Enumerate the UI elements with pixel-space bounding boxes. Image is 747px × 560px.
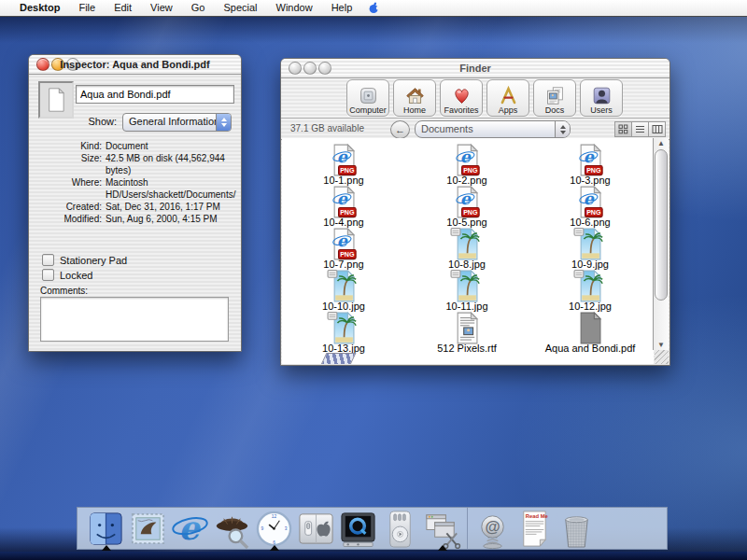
show-label: Show: <box>31 116 117 127</box>
dock-quicktime-icon[interactable] <box>337 508 379 549</box>
toolbar-label: Users <box>590 105 613 115</box>
ie-png-file-icon <box>450 186 484 218</box>
locked-label: Locked <box>60 270 92 281</box>
partially-visible-file-icon[interactable] <box>320 353 357 364</box>
info-value: Sun, Aug 6, 2000, 4:15 PM <box>106 213 234 225</box>
palm-jpg-file-icon <box>327 312 360 344</box>
file-item[interactable]: 10-1.png <box>282 144 405 186</box>
dock-mail-beta-icon[interactable] <box>472 508 514 549</box>
file-item[interactable]: 10-8.jpg <box>405 228 529 270</box>
palm-jpg-file-icon <box>573 270 607 302</box>
menu-edit[interactable]: Edit <box>105 0 141 16</box>
docs-icon <box>545 86 565 105</box>
info-row: Size: 42.5 MB on disk (44,562,944 bytes) <box>33 152 234 176</box>
file-item[interactable]: Aqua and Bondi.pdf <box>529 312 652 354</box>
comments-textarea[interactable] <box>40 297 229 342</box>
toolbar-button-favorites[interactable]: Favorites <box>440 79 483 117</box>
toolbar-button-users[interactable]: Users <box>580 79 623 117</box>
file-label: 512 Pixels.rtf <box>437 343 497 354</box>
icon-view-button[interactable] <box>614 121 632 137</box>
toolbar-button-home[interactable]: Home <box>393 79 436 117</box>
locked-checkbox[interactable] <box>42 269 54 281</box>
dock-clock-icon[interactable] <box>253 508 295 549</box>
file-item[interactable]: 10-4.png <box>282 186 405 228</box>
file-item[interactable]: 10-12.jpg <box>529 270 652 312</box>
file-icon-well <box>38 81 74 119</box>
file-item[interactable]: 10-9.jpg <box>529 228 652 270</box>
back-button[interactable]: ← <box>390 120 410 139</box>
file-item[interactable]: 10-2.png <box>405 144 529 186</box>
file-item[interactable]: 10-7.png <box>282 228 405 270</box>
path-popup-value: Documents <box>416 121 555 137</box>
finder-toolbar: Computer Home Favorites Apps Docs Users <box>281 78 669 119</box>
info-row: Kind: Document <box>33 140 234 152</box>
stationery-pad-checkbox[interactable] <box>42 254 54 266</box>
scroll-down-arrow[interactable]: ▼ <box>654 340 669 350</box>
finder-statusbar: 37.1 GB available ← Documents <box>281 119 669 140</box>
path-popup[interactable]: Documents <box>415 120 571 138</box>
toolbar-button-computer[interactable]: Computer <box>346 79 389 117</box>
inspector-titlebar[interactable]: Inspector: Aqua and Bondi.pdf <box>29 55 241 75</box>
file-label: 10-3.png <box>570 175 610 186</box>
show-popup[interactable]: General Information <box>122 113 232 132</box>
file-label: 10-4.png <box>323 217 363 228</box>
list-view-button[interactable] <box>632 121 649 137</box>
desktop-bottom-shadow <box>0 552 747 560</box>
scrollbar-thumb[interactable] <box>655 149 668 301</box>
info-panel: Kind: Document Size: 42.5 MB on disk (44… <box>33 140 234 225</box>
toolbar-label: Home <box>403 105 426 115</box>
apple-menu-icon[interactable] <box>368 2 380 16</box>
menu-desktop[interactable]: Desktop <box>10 0 69 16</box>
info-value: Sat, Dec 31, 2016, 1:17 PM <box>106 201 234 213</box>
file-label: 10-1.png <box>323 175 363 186</box>
dock-sherlock-icon[interactable] <box>211 508 253 549</box>
vertical-scrollbar[interactable]: ▲ ▼ <box>653 138 669 350</box>
show-popup-value: General Information <box>123 114 216 131</box>
popup-arrows-icon <box>555 121 570 137</box>
apps-icon <box>499 86 518 105</box>
dock-mail-icon[interactable] <box>127 508 169 549</box>
pdf-file-icon <box>573 312 607 344</box>
menu-file[interactable]: File <box>69 0 105 16</box>
comments-label: Comments: <box>40 286 88 296</box>
palm-jpg-file-icon <box>573 228 607 260</box>
dock-finder-icon[interactable] <box>85 508 127 549</box>
resize-grip[interactable] <box>655 350 669 364</box>
icon-view-icon <box>618 124 628 134</box>
running-indicator <box>270 545 279 551</box>
finder-titlebar[interactable]: Finder <box>281 59 669 78</box>
file-item[interactable]: 10-10.jpg <box>282 270 405 312</box>
info-label: Created: <box>33 201 102 213</box>
document-icon <box>44 86 68 114</box>
menu-special[interactable]: Special <box>214 0 266 16</box>
scroll-up-arrow[interactable]: ▲ <box>654 138 669 148</box>
file-label: Aqua and Bondi.pdf <box>545 343 636 354</box>
toolbar-label: Favorites <box>444 105 478 115</box>
toolbar-button-docs[interactable]: Docs <box>533 79 576 117</box>
file-item[interactable]: 10-13.jpg <box>282 312 405 354</box>
dock-trash-icon[interactable] <box>556 508 598 549</box>
menu-help[interactable]: Help <box>322 0 362 16</box>
dock-system-preferences-icon[interactable] <box>295 508 337 549</box>
toolbar-button-apps[interactable]: Apps <box>486 79 529 117</box>
menu-go[interactable]: Go <box>182 0 215 16</box>
dock-internet-explorer-icon[interactable] <box>169 508 211 549</box>
stationery-pad-label: Stationery Pad <box>60 255 127 266</box>
toolbar-label: Computer <box>349 105 387 115</box>
file-item[interactable]: 10-5.png <box>405 186 529 228</box>
file-label: 10-8.jpg <box>448 259 486 270</box>
dock-music-player-icon[interactable] <box>379 508 421 549</box>
column-view-button[interactable] <box>649 121 666 137</box>
palm-jpg-file-icon <box>450 228 484 260</box>
info-row: Where: Macintosh HD/Users/shackett/Docum… <box>33 176 234 201</box>
file-item[interactable]: 10-3.png <box>529 144 652 186</box>
file-item[interactable]: 512 Pixels.rtf <box>405 312 529 354</box>
filename-input[interactable] <box>76 85 234 104</box>
menu-view[interactable]: View <box>141 0 182 16</box>
menu-window[interactable]: Window <box>267 0 322 16</box>
file-item[interactable]: 10-6.png <box>529 186 652 228</box>
running-indicator <box>102 545 111 551</box>
dock-grab-icon[interactable] <box>421 508 463 549</box>
file-item[interactable]: 10-11.jpg <box>405 270 529 312</box>
dock-readme-icon[interactable] <box>514 508 556 549</box>
